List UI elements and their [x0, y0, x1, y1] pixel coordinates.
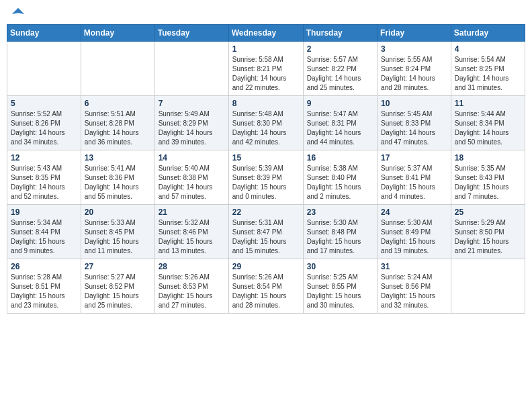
calendar-week-row: 12Sunrise: 5:43 AM Sunset: 8:35 PM Dayli… — [7, 150, 525, 205]
day-info: Sunrise: 5:54 AM Sunset: 8:25 PM Dayligh… — [455, 55, 521, 93]
day-number: 21 — [159, 208, 225, 217]
day-number: 11 — [455, 99, 521, 108]
day-info: Sunrise: 5:58 AM Sunset: 8:21 PM Dayligh… — [232, 55, 300, 93]
day-number: 19 — [11, 208, 77, 217]
calendar-cell — [7, 42, 81, 96]
calendar-cell: 22Sunrise: 5:31 AM Sunset: 8:47 PM Dayli… — [228, 205, 303, 259]
calendar-cell: 6Sunrise: 5:51 AM Sunset: 8:28 PM Daylig… — [81, 96, 154, 150]
weekday-header: Friday — [378, 25, 451, 42]
calendar: SundayMondayTuesdayWednesdayThursdayFrid… — [7, 24, 525, 314]
logo — [9, 7, 26, 19]
day-info: Sunrise: 5:33 AM Sunset: 8:45 PM Dayligh… — [85, 218, 151, 256]
calendar-cell: 30Sunrise: 5:25 AM Sunset: 8:55 PM Dayli… — [303, 259, 377, 314]
weekday-header: Sunday — [7, 25, 81, 42]
day-info: Sunrise: 5:30 AM Sunset: 8:48 PM Dayligh… — [307, 218, 373, 256]
calendar-cell: 31Sunrise: 5:24 AM Sunset: 8:56 PM Dayli… — [378, 259, 451, 314]
calendar-cell: 25Sunrise: 5:29 AM Sunset: 8:50 PM Dayli… — [451, 205, 525, 259]
calendar-cell: 29Sunrise: 5:26 AM Sunset: 8:54 PM Dayli… — [228, 259, 303, 314]
calendar-cell: 4Sunrise: 5:54 AM Sunset: 8:25 PM Daylig… — [451, 42, 525, 96]
calendar-cell: 18Sunrise: 5:35 AM Sunset: 8:43 PM Dayli… — [451, 150, 525, 205]
day-number: 17 — [381, 153, 447, 163]
day-number: 1 — [232, 44, 300, 54]
calendar-cell: 8Sunrise: 5:48 AM Sunset: 8:30 PM Daylig… — [228, 96, 303, 150]
day-number: 10 — [381, 99, 447, 108]
calendar-week-row: 1Sunrise: 5:58 AM Sunset: 8:21 PM Daylig… — [7, 42, 525, 96]
calendar-cell: 1Sunrise: 5:58 AM Sunset: 8:21 PM Daylig… — [228, 42, 303, 96]
weekday-header: Monday — [81, 25, 154, 42]
day-info: Sunrise: 5:45 AM Sunset: 8:33 PM Dayligh… — [381, 109, 447, 147]
day-number: 26 — [11, 262, 77, 271]
day-info: Sunrise: 5:30 AM Sunset: 8:49 PM Dayligh… — [381, 218, 447, 256]
day-number: 22 — [232, 208, 300, 217]
day-number: 16 — [307, 153, 373, 163]
calendar-cell: 23Sunrise: 5:30 AM Sunset: 8:48 PM Dayli… — [303, 205, 377, 259]
calendar-cell — [81, 42, 154, 96]
day-info: Sunrise: 5:24 AM Sunset: 8:56 PM Dayligh… — [381, 273, 447, 310]
logo-icon — [11, 7, 26, 21]
day-info: Sunrise: 5:49 AM Sunset: 8:29 PM Dayligh… — [159, 109, 225, 147]
calendar-week-row: 26Sunrise: 5:28 AM Sunset: 8:51 PM Dayli… — [7, 259, 525, 314]
day-info: Sunrise: 5:35 AM Sunset: 8:43 PM Dayligh… — [455, 164, 521, 201]
calendar-cell: 20Sunrise: 5:33 AM Sunset: 8:45 PM Dayli… — [81, 205, 154, 259]
day-number: 7 — [159, 99, 225, 108]
day-number: 13 — [85, 153, 151, 163]
day-info: Sunrise: 5:29 AM Sunset: 8:50 PM Dayligh… — [455, 218, 521, 256]
calendar-cell: 21Sunrise: 5:32 AM Sunset: 8:46 PM Dayli… — [154, 205, 228, 259]
day-number: 3 — [381, 44, 447, 54]
day-info: Sunrise: 5:26 AM Sunset: 8:54 PM Dayligh… — [232, 273, 300, 310]
day-number: 27 — [85, 262, 151, 271]
calendar-cell: 12Sunrise: 5:43 AM Sunset: 8:35 PM Dayli… — [7, 150, 81, 205]
calendar-week-row: 5Sunrise: 5:52 AM Sunset: 8:26 PM Daylig… — [7, 96, 525, 150]
day-number: 29 — [232, 262, 300, 271]
calendar-cell: 2Sunrise: 5:57 AM Sunset: 8:22 PM Daylig… — [303, 42, 377, 96]
calendar-cell: 10Sunrise: 5:45 AM Sunset: 8:33 PM Dayli… — [378, 96, 451, 150]
calendar-cell: 17Sunrise: 5:37 AM Sunset: 8:41 PM Dayli… — [378, 150, 451, 205]
calendar-cell: 13Sunrise: 5:41 AM Sunset: 8:36 PM Dayli… — [81, 150, 154, 205]
calendar-cell: 3Sunrise: 5:55 AM Sunset: 8:24 PM Daylig… — [378, 42, 451, 96]
calendar-cell: 24Sunrise: 5:30 AM Sunset: 8:49 PM Dayli… — [378, 205, 451, 259]
day-info: Sunrise: 5:47 AM Sunset: 8:31 PM Dayligh… — [307, 109, 373, 147]
calendar-cell: 5Sunrise: 5:52 AM Sunset: 8:26 PM Daylig… — [7, 96, 81, 150]
day-info: Sunrise: 5:44 AM Sunset: 8:34 PM Dayligh… — [455, 109, 521, 147]
calendar-cell: 15Sunrise: 5:39 AM Sunset: 8:39 PM Dayli… — [228, 150, 303, 205]
day-number: 12 — [11, 153, 77, 163]
svg-marker-0 — [12, 8, 24, 14]
day-info: Sunrise: 5:41 AM Sunset: 8:36 PM Dayligh… — [85, 164, 151, 201]
day-number: 28 — [159, 262, 225, 271]
day-info: Sunrise: 5:57 AM Sunset: 8:22 PM Dayligh… — [307, 55, 373, 93]
calendar-cell: 27Sunrise: 5:27 AM Sunset: 8:52 PM Dayli… — [81, 259, 154, 314]
weekday-header: Wednesday — [228, 25, 303, 42]
day-number: 2 — [307, 44, 373, 54]
day-info: Sunrise: 5:34 AM Sunset: 8:44 PM Dayligh… — [11, 218, 77, 256]
calendar-header-row: SundayMondayTuesdayWednesdayThursdayFrid… — [7, 25, 525, 42]
day-number: 31 — [381, 262, 447, 271]
day-number: 15 — [232, 153, 300, 163]
day-number: 8 — [232, 99, 300, 108]
weekday-header: Tuesday — [154, 25, 228, 42]
day-info: Sunrise: 5:51 AM Sunset: 8:28 PM Dayligh… — [85, 109, 151, 147]
day-info: Sunrise: 5:39 AM Sunset: 8:39 PM Dayligh… — [232, 164, 300, 201]
day-info: Sunrise: 5:37 AM Sunset: 8:41 PM Dayligh… — [381, 164, 447, 201]
day-number: 25 — [455, 208, 521, 217]
day-number: 5 — [11, 99, 77, 108]
day-number: 4 — [455, 44, 521, 54]
day-info: Sunrise: 5:32 AM Sunset: 8:46 PM Dayligh… — [159, 218, 225, 256]
day-info: Sunrise: 5:28 AM Sunset: 8:51 PM Dayligh… — [11, 273, 77, 310]
calendar-cell: 26Sunrise: 5:28 AM Sunset: 8:51 PM Dayli… — [7, 259, 81, 314]
calendar-cell: 14Sunrise: 5:40 AM Sunset: 8:38 PM Dayli… — [154, 150, 228, 205]
day-number: 6 — [85, 99, 151, 108]
day-info: Sunrise: 5:26 AM Sunset: 8:53 PM Dayligh… — [159, 273, 225, 310]
calendar-week-row: 19Sunrise: 5:34 AM Sunset: 8:44 PM Dayli… — [7, 205, 525, 259]
calendar-cell — [154, 42, 228, 96]
day-number: 24 — [381, 208, 447, 217]
day-number: 9 — [307, 99, 373, 108]
day-number: 23 — [307, 208, 373, 217]
day-number: 30 — [307, 262, 373, 271]
calendar-cell: 11Sunrise: 5:44 AM Sunset: 8:34 PM Dayli… — [451, 96, 525, 150]
day-info: Sunrise: 5:48 AM Sunset: 8:30 PM Dayligh… — [232, 109, 300, 147]
day-info: Sunrise: 5:55 AM Sunset: 8:24 PM Dayligh… — [381, 55, 447, 93]
day-info: Sunrise: 5:52 AM Sunset: 8:26 PM Dayligh… — [11, 109, 77, 147]
day-info: Sunrise: 5:27 AM Sunset: 8:52 PM Dayligh… — [85, 273, 151, 310]
weekday-header: Thursday — [303, 25, 377, 42]
calendar-cell — [451, 259, 525, 314]
